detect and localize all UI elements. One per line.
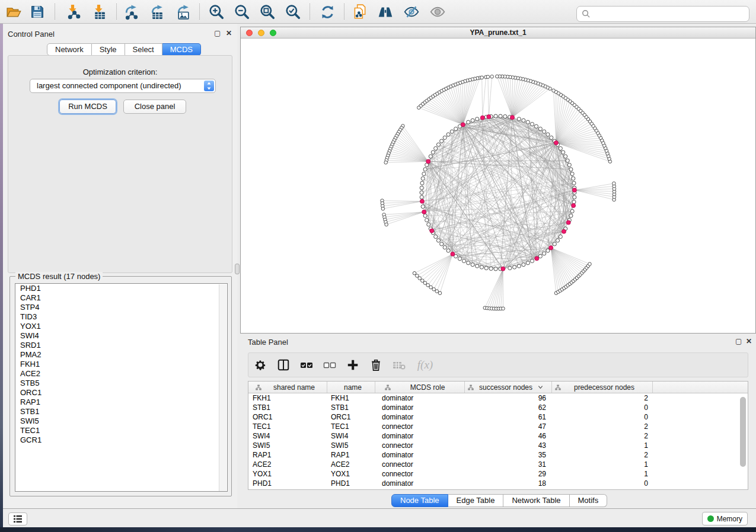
float-table-panel-icon[interactable]: ▢ xyxy=(735,338,742,345)
delete-table-button[interactable] xyxy=(392,358,406,372)
mcds-result-item[interactable]: PHD1 xyxy=(15,284,227,293)
panel-splitter-handle[interactable] xyxy=(235,264,240,274)
table-row[interactable]: YOX1 YOX1 connector 29 1 xyxy=(248,469,748,479)
mcds-result-item[interactable]: STB1 xyxy=(15,407,227,416)
criterion-value: largest connected component (undirected) xyxy=(37,81,181,90)
mcds-result-item[interactable]: RAP1 xyxy=(15,398,227,407)
delete-column-button[interactable] xyxy=(369,358,383,372)
run-mcds-button[interactable]: Run MCDS xyxy=(59,100,116,114)
tab-select[interactable]: Select xyxy=(125,43,162,56)
export-image-button[interactable] xyxy=(174,4,192,20)
zoom-selected-button[interactable] xyxy=(284,4,302,20)
tab-style[interactable]: Style xyxy=(92,43,125,56)
mcds-result-item[interactable]: STP4 xyxy=(15,303,227,312)
table-row[interactable]: RAP1 RAP1 dominator 35 2 xyxy=(248,450,748,460)
toggle-column-panel-button[interactable] xyxy=(276,358,291,372)
table-row[interactable]: SWI4 SWI4 dominator 46 2 xyxy=(248,431,748,441)
network-graph[interactable] xyxy=(241,39,755,334)
open-session-button[interactable] xyxy=(5,4,23,20)
memory-button[interactable]: Memory xyxy=(702,512,748,525)
table-scrollbar[interactable] xyxy=(740,396,747,488)
dropdown-stepper-icon xyxy=(204,81,214,91)
table-scrollbar-thumb[interactable] xyxy=(740,397,746,467)
column-header-shared-name[interactable]: shared name xyxy=(248,382,327,393)
column-header-successor-nodes[interactable]: successor nodes xyxy=(465,382,552,393)
select-all-columns-button[interactable] xyxy=(299,358,314,372)
import-table-button[interactable] xyxy=(90,4,108,20)
table-row[interactable]: TEC1 TEC1 connector 47 2 xyxy=(248,422,748,431)
table-panel-title: Table Panel xyxy=(248,338,288,347)
new-network-from-selection-button[interactable] xyxy=(351,4,369,20)
tab-motifs[interactable]: Motifs xyxy=(570,494,608,507)
search-input[interactable] xyxy=(576,6,749,22)
mcds-result-item[interactable]: FKH1 xyxy=(15,360,227,369)
status-bar: Memory xyxy=(3,508,756,527)
control-panel-tabs: Network Style Select MCDS xyxy=(47,43,201,56)
gear-icon xyxy=(254,358,267,371)
export-table-button[interactable] xyxy=(148,4,166,20)
table-row[interactable]: SWI5 SWI5 connector 43 1 xyxy=(248,441,748,450)
zoom-fit-button[interactable] xyxy=(259,4,276,20)
network-window-titlebar[interactable]: YPA_prune.txt_1 xyxy=(241,27,755,39)
column-header-name[interactable]: name xyxy=(327,382,375,393)
close-panel-icon[interactable]: ✕ xyxy=(226,30,232,37)
mcds-result-item[interactable]: CAR1 xyxy=(15,293,227,303)
zoom-in-button[interactable] xyxy=(208,4,225,20)
column-header-mcds-role[interactable]: MCDS role xyxy=(375,382,465,393)
mcds-result-item[interactable]: TID3 xyxy=(15,312,227,322)
toolbar-separator xyxy=(199,4,200,20)
table-row[interactable]: FKH1 FKH1 dominator 96 2 xyxy=(248,393,748,403)
tab-edge-table[interactable]: Edge Table xyxy=(448,494,504,507)
table-settings-button[interactable] xyxy=(253,358,267,372)
column-header-predecessor-nodes[interactable]: predecessor nodes xyxy=(552,382,653,393)
mcds-result-item[interactable]: SWI5 xyxy=(15,416,227,426)
unselect-all-columns-button[interactable] xyxy=(323,358,337,372)
close-window-icon[interactable] xyxy=(246,30,253,36)
function-builder-button[interactable]: f(x) xyxy=(415,358,435,372)
tab-node-table[interactable]: Node Table xyxy=(391,494,448,507)
float-panel-icon[interactable]: ▢ xyxy=(214,30,221,37)
export-network-button[interactable] xyxy=(122,4,140,20)
column-type-icon xyxy=(256,384,261,390)
tab-network-table[interactable]: Network Table xyxy=(503,494,569,507)
import-network-button[interactable] xyxy=(64,4,82,20)
table-row[interactable]: STB1 STB1 dominator 62 0 xyxy=(248,403,748,412)
table-rows: FKH1 FKH1 dominator 96 2 STB1 STB1 domin… xyxy=(248,393,748,488)
mcds-result-item[interactable]: TEC1 xyxy=(15,426,227,435)
network-overview-button[interactable] xyxy=(377,4,394,20)
minimize-window-icon[interactable] xyxy=(258,30,264,36)
save-session-button[interactable] xyxy=(28,4,46,20)
mcds-result-item[interactable]: STB5 xyxy=(15,379,227,388)
mcds-result-item[interactable]: SWI4 xyxy=(15,331,227,341)
export-image-icon xyxy=(176,4,192,20)
mcds-result-item[interactable]: PMA2 xyxy=(15,350,227,360)
hide-selected-button[interactable] xyxy=(403,4,420,20)
table-row[interactable]: ACE2 ACE2 connector 31 1 xyxy=(248,460,748,469)
sort-descending-icon xyxy=(538,384,543,390)
table-row[interactable]: ORC1 ORC1 dominator 61 0 xyxy=(248,412,748,422)
control-panel-title: Control Panel xyxy=(8,30,55,39)
toolbar-separator xyxy=(344,4,344,20)
mcds-result-item[interactable]: SRD1 xyxy=(15,341,227,350)
tab-network[interactable]: Network xyxy=(47,43,92,56)
criterion-dropdown[interactable]: largest connected component (undirected) xyxy=(30,79,216,93)
refresh-view-button[interactable] xyxy=(318,4,336,20)
close-panel-button[interactable]: Close panel xyxy=(123,100,186,114)
mcds-result-list[interactable]: PHD1CAR1STP4TID3YOX1SWI4SRD1PMA2FKH1ACE2… xyxy=(15,283,228,492)
mcds-result-item[interactable]: GCR1 xyxy=(15,435,227,445)
import-table-icon xyxy=(91,4,107,20)
zoom-out-button[interactable] xyxy=(233,4,251,20)
binoculars-icon xyxy=(377,4,394,20)
task-history-button[interactable] xyxy=(8,512,27,525)
maximize-window-icon[interactable] xyxy=(270,30,276,36)
mcds-result-item[interactable]: YOX1 xyxy=(15,322,227,331)
table-row[interactable]: PHD1 PHD1 dominator 18 0 xyxy=(248,479,748,488)
show-all-button[interactable] xyxy=(429,4,446,20)
mcds-result-item[interactable]: ACE2 xyxy=(15,369,227,379)
mcds-result-item[interactable]: ORC1 xyxy=(15,388,227,398)
add-column-button[interactable] xyxy=(346,358,360,372)
mcds-result-title: MCDS result (17 nodes) xyxy=(15,272,103,281)
mcds-list-scrollbar[interactable] xyxy=(219,284,227,492)
tab-mcds[interactable]: MCDS xyxy=(162,43,201,56)
close-table-panel-icon[interactable]: ✕ xyxy=(746,338,752,345)
